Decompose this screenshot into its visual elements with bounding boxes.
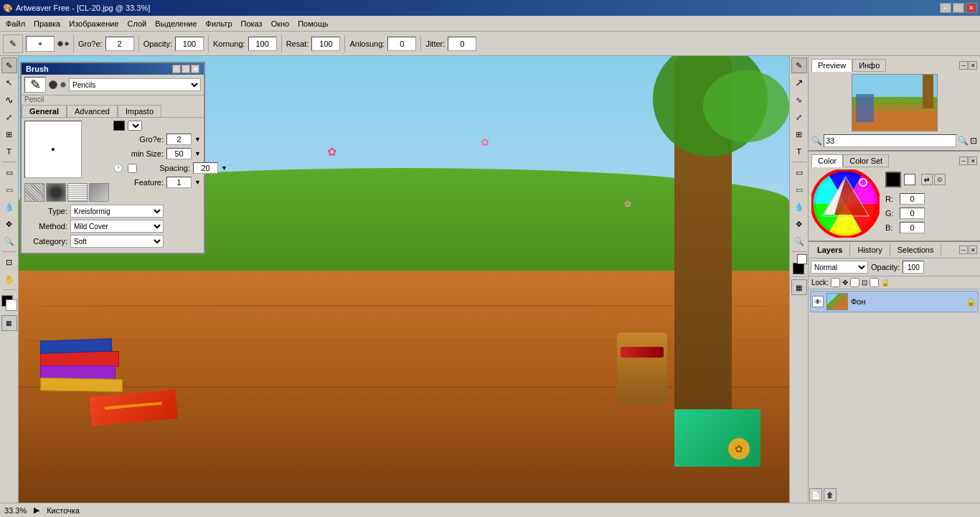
delete-layer-btn[interactable]: 🗑 — [824, 488, 837, 501]
preview-min-btn[interactable]: ─ — [959, 61, 968, 70]
new-layer-btn[interactable]: 📄 — [809, 488, 822, 501]
feature-arrow[interactable]: ▼ — [194, 179, 201, 186]
brush-panel-max[interactable]: □ — [182, 65, 190, 73]
close-button[interactable]: ✕ — [966, 3, 977, 13]
menu-filter[interactable]: Фильтр — [202, 18, 237, 29]
brush-panel-min[interactable]: ─ — [172, 65, 181, 73]
menu-image[interactable]: Изображение — [65, 18, 123, 29]
color-fg-bg[interactable] — [1, 295, 17, 311]
right-tool-rect2[interactable]: ▭ — [791, 182, 807, 197]
title-bar-controls[interactable]: ─ □ ✕ — [940, 3, 977, 13]
category-select[interactable]: Soft — [70, 235, 164, 248]
g-input[interactable] — [900, 208, 925, 219]
spacing-check[interactable] — [128, 164, 137, 173]
blend-mode-select[interactable]: Normal — [811, 261, 868, 274]
type-select[interactable]: Kreisformig — [70, 205, 164, 218]
size-small[interactable] — [57, 41, 63, 47]
groze-input[interactable] — [105, 37, 134, 51]
menu-layer[interactable]: Слой — [123, 18, 151, 29]
swap-colors-btn[interactable]: ⇄ — [921, 174, 933, 185]
layer-item[interactable]: 👁 Фон 🔒 — [810, 291, 979, 312]
tool-transform[interactable]: ⤢ — [1, 109, 17, 125]
swatch-texture2[interactable] — [46, 183, 66, 202]
brush-color-select[interactable] — [128, 121, 142, 131]
right-color-swatches[interactable] — [791, 254, 807, 274]
size-medium[interactable] — [65, 42, 69, 46]
tool-move[interactable]: ✥ — [1, 216, 17, 232]
minimize-button[interactable]: ─ — [940, 3, 951, 13]
tool-text[interactable]: T — [1, 144, 17, 159]
brush-type-select[interactable]: Pencils — [69, 78, 201, 91]
brush-dot1[interactable] — [49, 80, 57, 89]
tool-rect2[interactable]: ▭ — [1, 182, 17, 197]
right-tool-grid[interactable]: ⊞ — [791, 126, 807, 142]
tool-eraser[interactable]: ⊡ — [1, 254, 17, 270]
lock-transparency[interactable] — [831, 278, 840, 287]
color-close-btn[interactable]: ✕ — [969, 157, 977, 165]
color-wheel-wrapper[interactable] — [811, 169, 880, 238]
groze-bp-input[interactable] — [166, 134, 192, 145]
tool-lasso[interactable]: ∿ — [1, 92, 17, 108]
anlosung-input[interactable] — [387, 37, 416, 51]
tab-selections[interactable]: Selections — [890, 243, 942, 256]
right-tool-move[interactable]: ✥ — [791, 216, 807, 232]
tool-zoom[interactable]: 🔍 — [1, 233, 17, 249]
brush-fg-color[interactable] — [113, 121, 125, 131]
layers-min-btn[interactable]: ─ — [959, 246, 968, 254]
menu-view[interactable]: Показ — [237, 18, 267, 29]
swatch-texture1[interactable] — [24, 183, 44, 202]
maximize-button[interactable]: □ — [953, 3, 964, 13]
kornung-input[interactable] — [248, 37, 277, 51]
background-color[interactable] — [6, 299, 17, 311]
tab-history[interactable]: History — [850, 243, 890, 256]
menu-selection[interactable]: Выделение — [151, 18, 201, 29]
tool-select-arrow[interactable]: ↖ — [1, 75, 17, 90]
tab-preview[interactable]: Preview — [811, 59, 852, 72]
right-tool-rect[interactable]: ▭ — [791, 164, 807, 180]
tab-info[interactable]: Инфо — [852, 59, 886, 72]
method-select[interactable]: Mild Cover — [70, 220, 164, 233]
swatch-texture3[interactable] — [67, 183, 88, 202]
texture-selector[interactable]: ▦ — [1, 315, 17, 331]
menu-edit[interactable]: Правка — [29, 18, 65, 29]
swatch-texture4[interactable] — [89, 183, 109, 202]
toolbar-brush-icon[interactable]: ✎ — [3, 34, 23, 53]
spacing-input[interactable] — [193, 162, 218, 174]
groze-arrow[interactable]: ▼ — [194, 136, 201, 143]
bg-color-swatch[interactable] — [904, 174, 915, 185]
right-fg-color[interactable] — [793, 263, 804, 274]
right-tool-lasso[interactable]: ∿ — [791, 92, 807, 108]
right-tool-text[interactable]: T — [791, 144, 807, 159]
tool-eyedropper[interactable]: 💧 — [1, 199, 17, 215]
layers-close-btn[interactable]: ✕ — [969, 246, 977, 254]
spacing-arrow[interactable]: ▼ — [221, 164, 227, 172]
brush-tab-general[interactable]: General — [22, 105, 67, 117]
minsize-input[interactable] — [166, 148, 192, 159]
brush-tab-advanced[interactable]: Advanced — [67, 105, 118, 117]
tool-grid[interactable]: ⊞ — [1, 126, 17, 142]
color-min-btn[interactable]: ─ — [959, 157, 968, 165]
right-tool-brush[interactable]: ✎ — [791, 57, 807, 73]
zoom-in-icon[interactable]: 🔍 — [958, 136, 969, 146]
b-input[interactable] — [900, 222, 925, 233]
zoom-fit-icon[interactable]: ⊡ — [970, 136, 977, 146]
r-input[interactable] — [900, 193, 925, 205]
right-tool-arrow[interactable]: ↗ — [791, 75, 807, 90]
tool-hand[interactable]: ✋ — [1, 271, 17, 287]
brush-tab-impasto[interactable]: Impasto — [118, 105, 161, 117]
lock-all[interactable] — [870, 278, 879, 287]
lock-move[interactable] — [850, 278, 859, 287]
tab-color[interactable]: Color — [811, 154, 843, 167]
layer-visibility-toggle[interactable]: 👁 — [812, 296, 824, 307]
zoom-input[interactable] — [824, 134, 956, 147]
resat-input[interactable] — [311, 37, 340, 51]
tool-brush[interactable]: ✎ — [1, 57, 17, 73]
reset-colors-btn[interactable]: ⊙ — [934, 174, 946, 185]
menu-window[interactable]: Окно — [267, 18, 294, 29]
right-tool-transform[interactable]: ⤢ — [791, 109, 807, 125]
tool-rect[interactable]: ▭ — [1, 164, 17, 180]
menu-help[interactable]: Помощь — [293, 18, 333, 29]
right-bg-color[interactable] — [797, 254, 807, 264]
right-tool-eyedrop[interactable]: 💧 — [791, 199, 807, 215]
menu-file[interactable]: Файл — [1, 18, 29, 29]
